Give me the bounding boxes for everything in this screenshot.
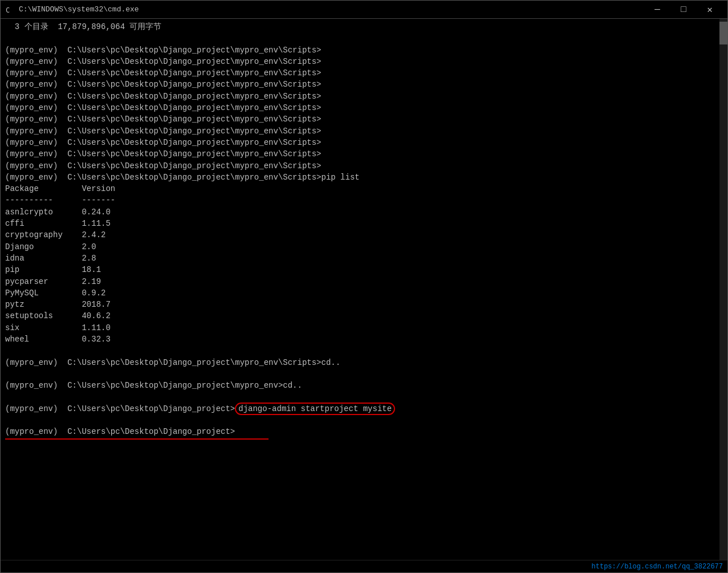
line-pkg-pytz: pytz 2018.7: [5, 299, 723, 310]
line-prompt-1: (mypro_env) C:\Users\pc\Desktop\Django_p…: [5, 44, 723, 56]
line-prompt-10: (mypro_env) C:\Users\pc\Desktop\Django_p…: [5, 148, 723, 160]
line-prompt-6: (mypro_env) C:\Users\pc\Desktop\Django_p…: [5, 102, 723, 113]
csdn-url: https://blog.csdn.net/qq_3822677: [592, 563, 723, 571]
bottom-bar: https://blog.csdn.net/qq_3822677: [1, 560, 727, 572]
line-pkg-asnlcrypto: asnlcrypto 0.24.0: [5, 206, 723, 218]
line-prompt-2: (mypro_env) C:\Users\pc\Desktop\Django_p…: [5, 56, 723, 67]
line-prompt-7: (mypro_env) C:\Users\pc\Desktop\Django_p…: [5, 113, 723, 125]
line-pkg-cryptography: cryptography 2.4.2: [5, 229, 723, 241]
line-pip-list-cmd: (mypro_env) C:\Users\pc\Desktop\Django_p…: [5, 172, 723, 183]
scrollbar-thumb[interactable]: [719, 22, 727, 44]
line-pkg-header: Package Version: [5, 183, 723, 194]
line-cd-mypro: (mypro_env) C:\Users\pc\Desktop\Django_p…: [5, 380, 723, 391]
line-pkg-django: Django 2.0: [5, 241, 723, 253]
close-button[interactable]: ✕: [697, 1, 723, 19]
line-pkg-wheel: wheel 0.32.3: [5, 334, 723, 345]
window-title: C:\WINDOWS\system32\cmd.exe: [19, 5, 644, 14]
line-pkg-pymysql: PyMySQL 0.9.2: [5, 287, 723, 299]
minimize-button[interactable]: —: [644, 1, 670, 19]
line-prompt-8: (mypro_env) C:\Users\pc\Desktop\Django_p…: [5, 125, 723, 137]
line-blank-5: [5, 414, 723, 426]
line-pkg-pip: pip 18.1: [5, 264, 723, 275]
line-pkg-setuptools: setuptools 40.6.2: [5, 310, 723, 322]
line-prompt-3: (mypro_env) C:\Users\pc\Desktop\Django_p…: [5, 67, 723, 79]
window-controls: — □ ✕: [644, 1, 723, 19]
line-blank-3: [5, 368, 723, 380]
line-pkg-six: six 1.11.0: [5, 322, 723, 334]
line-pkg-pycparser: pycparser 2.19: [5, 276, 723, 287]
maximize-button[interactable]: □: [670, 1, 697, 19]
line-pkg-separator: ---------- -------: [5, 194, 723, 206]
line-blank-2: [5, 345, 723, 356]
terminal-body: 3 个目录 17,879,896,064 可用字节 (mypro_env) C:…: [1, 19, 727, 560]
line-pkg-idna: idna 2.8: [5, 253, 723, 264]
line-prompt-11: (mypro_env) C:\Users\pc\Desktop\Django_p…: [5, 160, 723, 172]
line-prompt-4: (mypro_env) C:\Users\pc\Desktop\Django_p…: [5, 79, 723, 90]
line-final-prompt: (mypro_env) C:\Users\pc\Desktop\Django_p…: [5, 426, 723, 437]
cmd-window: C C:\WINDOWS\system32\cmd.exe — □ ✕ 3 个目…: [0, 0, 728, 573]
svg-text:C: C: [6, 6, 10, 14]
line-dir-info: 3 个目录 17,879,896,064 可用字节: [5, 21, 723, 32]
line-django-admin-cmd: (mypro_env) C:\Users\pc\Desktop\Django_p…: [5, 403, 723, 414]
line-prompt-5: (mypro_env) C:\Users\pc\Desktop\Django_p…: [5, 91, 723, 102]
scrollbar[interactable]: [719, 19, 727, 560]
line-prompt-9: (mypro_env) C:\Users\pc\Desktop\Django_p…: [5, 137, 723, 148]
line-pkg-cffi: cffi 1.11.5: [5, 218, 723, 229]
red-underline: [5, 438, 269, 440]
title-bar: C C:\WINDOWS\system32\cmd.exe — □ ✕: [1, 1, 727, 19]
line-blank-4: [5, 392, 723, 403]
line-cd-scripts: (mypro_env) C:\Users\pc\Desktop\Django_p…: [5, 357, 723, 368]
line-blank-1: [5, 32, 723, 44]
highlighted-command: django-admin startproject mysite: [235, 403, 395, 415]
cmd-icon: C: [5, 5, 14, 14]
